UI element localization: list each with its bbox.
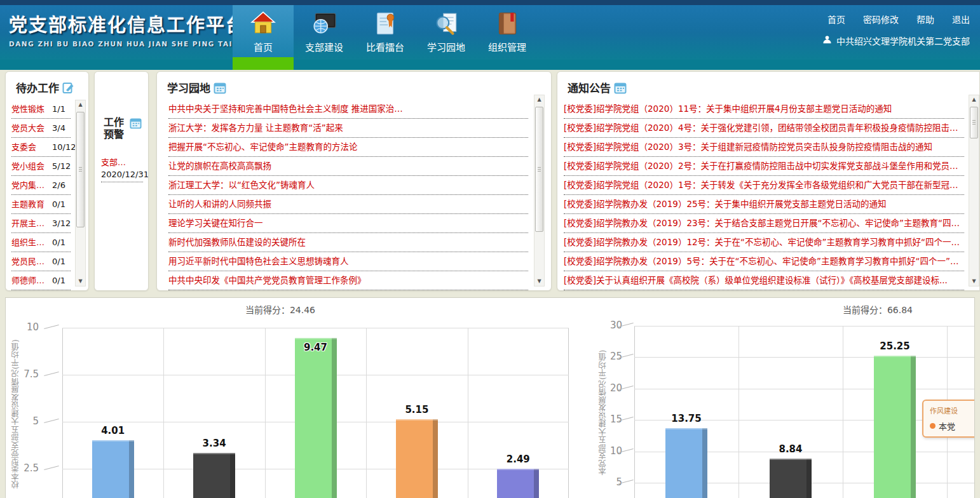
- nav-tab-label: 首页: [254, 40, 273, 53]
- todo-item-label[interactable]: 党员大会: [11, 119, 52, 137]
- notice-link[interactable]: [校党委]绍学院党组（2020）1号：关于转发《关于充分发挥全市各级党组织和广大…: [564, 176, 964, 195]
- todo-item[interactable]: 党员大会 3/4: [11, 119, 71, 138]
- scroll-down-arrow-icon[interactable]: ▼: [534, 277, 544, 286]
- bar-value-label: 9.47: [278, 342, 354, 353]
- scroll-down-arrow-icon[interactable]: ▼: [76, 277, 85, 286]
- quick-link-home[interactable]: 首页: [827, 13, 845, 25]
- bar-value-label: 13.75: [648, 413, 725, 424]
- logo-subtitle: DANG ZHI BU BIAO ZHUN HUA JIAN SHE PING …: [9, 40, 219, 48]
- nav-tab-organization[interactable]: 组织管理: [477, 5, 538, 60]
- bar-value-label: 8.84: [752, 443, 829, 455]
- warning-item-label[interactable]: 支部…: [101, 156, 143, 168]
- quick-link-change-password[interactable]: 密码修改: [863, 13, 899, 25]
- scroll-thumb[interactable]: [970, 107, 978, 138]
- study-article-link[interactable]: 用习近平新时代中国特色社会主义思想铸魂育人: [168, 252, 528, 271]
- notice-link[interactable]: [校党委]绍学院教办发（2019）23号：关于结合支部主题党日开展“不忘初心、牢…: [564, 214, 964, 233]
- bar[interactable]: [295, 338, 337, 498]
- notice-scrollbar[interactable]: ▲ ▼: [969, 95, 979, 286]
- notice-link[interactable]: [校党委]绍学院党组（2020）4号：关于强化党建引领，团结带领全校团员青年积极…: [564, 119, 964, 138]
- todo-item[interactable]: 党小组会 5/12: [11, 157, 71, 176]
- notice-link[interactable]: [校党委]绍学院教办发（2019）5号：关于在“不忘初心、牢记使命”主题教育学习…: [564, 252, 964, 271]
- study-article-link[interactable]: 大学的定力与初心: [168, 290, 528, 291]
- scroll-thumb[interactable]: [76, 112, 85, 227]
- notice-list: [校党委]绍学院党组（2020）11号：关于集中组织开展4月份支部主题党日活动的…: [564, 100, 964, 291]
- notice-link[interactable]: [校党委]关于使用“学习强国”学习平台 开展学习活动的通知: [564, 290, 964, 291]
- scroll-up-arrow-icon[interactable]: ▲: [534, 95, 544, 104]
- study-article-link[interactable]: 新时代加强教师队伍建设的关键所在: [168, 233, 528, 252]
- nav-tab-study-garden[interactable]: 学习园地: [416, 5, 477, 60]
- todo-panel: 待办工作 党性锻炼 1/1 党员大会 3/4 支委会 10/12 党小组会 5/…: [5, 71, 89, 291]
- todo-item-label[interactable]: 支委会: [11, 138, 52, 156]
- todo-item[interactable]: 师德师… 0/1: [11, 271, 71, 290]
- todo-item-label[interactable]: 师德师…: [11, 271, 52, 290]
- chart-tooltip: 作风建设本党: [922, 400, 975, 438]
- notice-panel: 通知公告 [校党委]绍学院党组（2020）11号：关于集中组织开展4月份支部主题…: [557, 71, 980, 291]
- home-icon: [250, 10, 276, 37]
- nav-tab-compare-arena[interactable]: 比看擂台: [355, 5, 416, 60]
- todo-item-label[interactable]: 党性锻炼: [11, 100, 52, 118]
- todo-item-count: 3/12: [52, 214, 71, 232]
- bar[interactable]: [770, 459, 812, 498]
- study-scrollbar[interactable]: ▲ ▼: [534, 95, 545, 286]
- study-article-link[interactable]: 中共中央印发《中国共产党党员教育管理工作条例》: [168, 271, 528, 290]
- nav-tab-home[interactable]: 首页: [233, 5, 294, 60]
- study-article-link[interactable]: 中共中央关于坚持和完善中国特色社会主义制度 推进国家治…: [168, 100, 528, 119]
- notice-link[interactable]: [校党委]关于认真组织开展《高校院（系）级单位党组织建设标准（试行）》《高校基层…: [564, 271, 964, 290]
- todo-item-label[interactable]: 党内集…: [11, 176, 52, 194]
- todo-item-count: 10/12: [52, 138, 76, 156]
- y-tick-label: 20: [576, 382, 622, 394]
- nav-tab-label: 组织管理: [488, 40, 526, 53]
- notice-link[interactable]: [校党委]绍学院党组（2020）2号：关于在打赢疫情防控阻击战中切实发挥党支部战…: [564, 157, 964, 176]
- bar[interactable]: [92, 440, 134, 498]
- bar[interactable]: [874, 356, 916, 498]
- todo-item[interactable]: 党员民… 0/1: [11, 252, 71, 271]
- quick-link-help[interactable]: 帮助: [916, 13, 934, 25]
- calendar-icon: [130, 117, 142, 129]
- todo-item[interactable]: 党内集… 2/6: [11, 176, 71, 195]
- todo-item-label[interactable]: 党员民…: [11, 252, 52, 271]
- edit-icon: [62, 81, 75, 94]
- todo-scrollbar[interactable]: ▲ ▼: [75, 100, 86, 286]
- study-panel-title: 学习园地: [167, 79, 210, 95]
- nav-tab-label: 学习园地: [427, 40, 465, 53]
- warning-panel-header: 工作预警: [104, 116, 143, 140]
- y-tick-label: 25: [576, 351, 622, 362]
- book-icon: [494, 10, 521, 37]
- quick-link-logout[interactable]: 退出: [952, 13, 970, 25]
- todo-item-label[interactable]: 组织生…: [11, 233, 52, 252]
- notice-link[interactable]: [校党委]绍学院党组（2020）3号：关于组建新冠疫情防控党员突击队投身防控疫情…: [564, 138, 964, 157]
- todo-item[interactable]: 组织生… 0/1: [11, 233, 71, 252]
- study-article-link[interactable]: 让听的人和讲的人同频共振: [168, 195, 528, 214]
- todo-item[interactable]: 主题教育 0/1: [11, 195, 71, 214]
- notice-link[interactable]: [校党委]绍学院党组（2020）11号：关于集中组织开展4月份支部主题党日活动的…: [564, 100, 964, 119]
- bar[interactable]: [396, 419, 438, 498]
- nav-tab-branch-building[interactable]: 支部建设: [294, 5, 355, 60]
- notice-link[interactable]: [校党委]绍学院教办发（2019）12号：关于在“不忘初心、牢记使命”主题教育学…: [564, 233, 964, 252]
- header-top-strip: [0, 0, 980, 5]
- chart-title: 当前得分：66.84: [801, 303, 954, 316]
- todo-item-label[interactable]: 党小组会: [11, 157, 52, 175]
- y-tick-label: 30: [576, 320, 622, 331]
- study-article-link[interactable]: 让党的旗帜在高校高高飘扬: [168, 157, 528, 176]
- scroll-up-arrow-icon[interactable]: ▲: [76, 100, 85, 109]
- user-row: 中共绍兴文理学院机关第二党支部: [822, 34, 970, 47]
- study-article-link[interactable]: 浙江理工大学：以“红色文化”铸魂育人: [168, 176, 528, 195]
- todo-item[interactable]: 开展主… 3/12: [11, 214, 71, 233]
- scroll-down-arrow-icon[interactable]: ▼: [969, 277, 979, 286]
- study-article-link[interactable]: 浙江大学：发挥各方力量 让主题教育“活”起来: [168, 119, 528, 138]
- notice-link[interactable]: [校党委]绍学院教办发（2019）25号：关于集中组织开展党支部主题党日活动的通…: [564, 195, 964, 214]
- todo-item[interactable]: 支委会 10/12: [11, 138, 71, 157]
- todo-item-label[interactable]: 主题教育: [11, 195, 52, 213]
- todo-item-count: 0/1: [52, 195, 65, 213]
- study-article-link[interactable]: 把握开展“不忘初心、牢记使命”主题教育的方法论: [168, 138, 528, 157]
- scroll-thumb[interactable]: [535, 107, 543, 232]
- todo-item-label[interactable]: 开展主…: [11, 214, 52, 232]
- todo-item[interactable]: 党性锻炼 1/1: [11, 100, 71, 119]
- bar[interactable]: [193, 453, 235, 498]
- todo-item-count: 0/1: [52, 252, 65, 271]
- bar[interactable]: [497, 469, 539, 498]
- scroll-up-arrow-icon[interactable]: ▲: [969, 95, 979, 104]
- bar[interactable]: [665, 428, 707, 498]
- warning-item[interactable]: 支部… 2020/12/31: [101, 156, 143, 182]
- study-article-link[interactable]: 理论学习关键在知行合一: [168, 214, 528, 233]
